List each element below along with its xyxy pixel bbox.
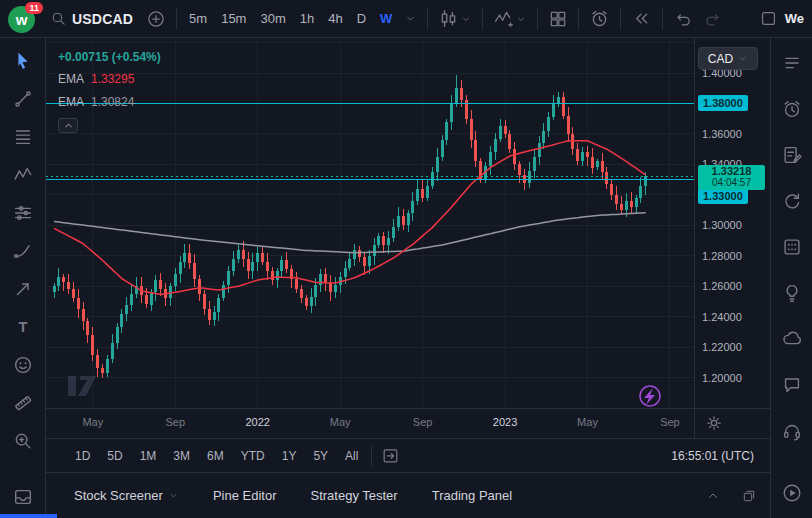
divider [620, 8, 621, 30]
panel-maximize-button[interactable] [738, 485, 760, 507]
refresh-button[interactable] [773, 186, 811, 216]
legend-collapse-button[interactable] [58, 118, 78, 133]
redo-button[interactable] [700, 6, 726, 32]
chevron-up-icon [63, 120, 74, 131]
emoji-tool-button[interactable] [4, 350, 42, 380]
tab-trading-panel[interactable]: Trading Panel [432, 488, 512, 503]
indicator-ema-slow[interactable]: EMA 1.30824 [58, 95, 161, 109]
currency-selector-button[interactable]: CAD [698, 47, 758, 70]
interval-1d[interactable]: D [352, 8, 371, 29]
chevron-down-icon [515, 13, 527, 25]
smiley-icon [12, 354, 34, 376]
ideas-button[interactable] [773, 278, 811, 308]
indicators-button[interactable] [490, 5, 530, 32]
time-axis-label: Sep [165, 416, 185, 428]
symbol-search[interactable]: USDCAD [44, 7, 139, 30]
price-tick: 1.22000 [702, 339, 742, 355]
alerts-panel-button[interactable] [773, 94, 811, 124]
range-6m[interactable]: 6M [200, 445, 231, 467]
gear-icon [704, 413, 724, 433]
text-tool-button[interactable]: T [4, 312, 42, 342]
comments-button[interactable] [773, 370, 811, 400]
tab-pine-editor[interactable]: Pine Editor [213, 488, 277, 503]
price-level-badge[interactable]: 1.33000 [698, 188, 748, 204]
journal-button[interactable] [773, 140, 811, 170]
tab-label: Strategy Tester [310, 488, 397, 503]
fib-tool-button[interactable] [4, 122, 42, 152]
interval-1h[interactable]: 1h [295, 8, 319, 29]
arrow-tool-button[interactable] [4, 274, 42, 304]
bar-countdown: 04:04:57 [698, 177, 765, 188]
time-axis[interactable]: MaySep2022MaySep2023MaySep [46, 408, 770, 438]
divider [176, 8, 177, 30]
indicator-ema-fast[interactable]: EMA 1.33295 [58, 72, 161, 86]
last-price-badge[interactable]: 1.3321804:04:57 [698, 165, 765, 190]
top-toolbar: w 11 USDCAD 5m 15m 30m 1h 4h D W [0, 0, 812, 38]
chart-style-button[interactable] [435, 5, 475, 32]
last-price-value: 1.33218 [698, 166, 765, 177]
session-clock[interactable]: 16:55:01 (UTC) [671, 449, 754, 463]
time-axis-label: May [577, 416, 598, 428]
tradingview-logo[interactable]: w 11 [8, 4, 40, 34]
ema-slow-line[interactable] [54, 213, 646, 253]
range-5d[interactable]: 5D [100, 445, 129, 467]
range-1d[interactable]: 1D [68, 445, 97, 467]
svg-text:T: T [18, 319, 27, 335]
data-grid-button[interactable] [773, 232, 811, 262]
measure-tool-button[interactable] [4, 388, 42, 418]
interval-4h[interactable]: 4h [323, 8, 347, 29]
object-tree-button[interactable] [4, 482, 42, 512]
top-right-label[interactable]: We [785, 11, 804, 26]
go-to-date-button[interactable] [378, 443, 403, 468]
dots-grid-icon [781, 236, 803, 258]
range-3m[interactable]: 3M [166, 445, 197, 467]
notification-badge[interactable]: 11 [25, 2, 43, 14]
tab-stock-screener[interactable]: Stock Screener [74, 488, 179, 503]
layout-window-button[interactable] [756, 6, 781, 31]
tab-label: Trading Panel [432, 488, 512, 503]
ema-fast-line[interactable] [54, 141, 646, 295]
support-button[interactable] [773, 416, 811, 446]
cursor-tool-button[interactable] [4, 46, 42, 76]
indicator-label: EMA [58, 95, 84, 109]
trend-line-icon [12, 88, 34, 110]
trend-line-tool-button[interactable] [4, 84, 42, 114]
range-5y[interactable]: 5Y [306, 445, 335, 467]
price-level-badge[interactable]: 1.38000 [698, 95, 748, 111]
indicator-value: 1.30824 [91, 95, 134, 109]
window-square-icon [759, 9, 778, 28]
range-all[interactable]: All [338, 445, 365, 467]
interval-1w-active[interactable]: W [375, 8, 397, 29]
price-axis[interactable]: 1.400001.380001.360001.340001.300001.280… [694, 38, 770, 408]
prediction-tool-button[interactable] [4, 198, 42, 228]
interval-30m[interactable]: 30m [255, 8, 290, 29]
watchlist-button[interactable] [773, 48, 811, 78]
alert-button[interactable] [586, 5, 613, 32]
chart-settings-button[interactable] [704, 413, 724, 436]
range-1m[interactable]: 1M [133, 445, 164, 467]
chat-button[interactable] [773, 324, 811, 354]
grid-layout-icon [548, 9, 568, 29]
range-ytd[interactable]: YTD [234, 445, 272, 467]
lightning-button[interactable] [640, 386, 660, 406]
layout-grid-button[interactable] [545, 6, 571, 32]
zoom-tool-button[interactable] [4, 426, 42, 456]
currency-label: CAD [708, 52, 733, 66]
interval-menu-button[interactable] [401, 9, 420, 28]
range-1y[interactable]: 1Y [275, 445, 304, 467]
tab-label: Pine Editor [213, 488, 277, 503]
interval-15m[interactable]: 15m [216, 8, 251, 29]
interval-5m[interactable]: 5m [184, 8, 212, 29]
time-axis-label: 2022 [245, 416, 269, 428]
pattern-tool-button[interactable] [4, 160, 42, 190]
price-tick: 1.24000 [702, 309, 742, 325]
bar-replay-button[interactable] [628, 5, 655, 32]
price-tick: 1.30000 [702, 217, 742, 233]
panel-expand-button[interactable] [702, 485, 724, 507]
tab-strategy-tester[interactable]: Strategy Tester [310, 488, 397, 503]
lightbulb-icon [781, 282, 803, 304]
tutorials-button[interactable] [773, 478, 811, 508]
compare-add-button[interactable] [143, 6, 169, 32]
brush-tool-button[interactable] [4, 236, 42, 266]
undo-button[interactable] [670, 6, 696, 32]
